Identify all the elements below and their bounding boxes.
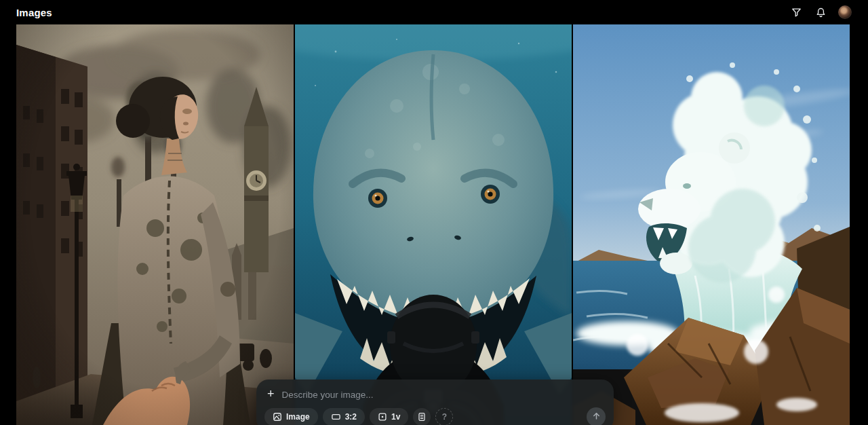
frame-dot-icon	[378, 412, 387, 422]
image-mode-button[interactable]: Image	[264, 408, 318, 425]
add-button[interactable]: +	[267, 388, 275, 401]
bell-icon	[815, 7, 827, 18]
journal-settings-icon	[417, 412, 427, 422]
submit-button[interactable]	[587, 407, 606, 425]
gallery-image-shark-diver[interactable]: Underwater scene: a giant prehistoric sh…	[295, 24, 572, 425]
help-label: ?	[442, 412, 447, 422]
filter-button[interactable]	[789, 5, 803, 19]
page-title: Images	[16, 7, 52, 18]
funnel-filter-icon	[791, 7, 802, 18]
app-root: Images	[0, 0, 868, 425]
image-icon	[273, 412, 282, 422]
prompt-settings-button[interactable]	[413, 408, 431, 425]
help-button[interactable]: ?	[435, 408, 453, 425]
prompt-input-row: +	[264, 386, 606, 401]
prompt-bar: + Image 3:2 1v	[256, 380, 614, 425]
image-mode-label: Image	[286, 412, 310, 422]
aspect-ratio-icon	[331, 412, 341, 422]
header-actions	[789, 5, 852, 19]
prompt-controls-row: Image 3:2 1v ?	[264, 407, 606, 425]
image-gallery: Sepia Victorian London street: a cyborg …	[0, 24, 868, 425]
notifications-button[interactable]	[814, 5, 827, 19]
aspect-ratio-label: 3:2	[345, 412, 357, 422]
arrow-up-icon	[591, 411, 601, 423]
header: Images	[0, 0, 868, 24]
aspect-ratio-button[interactable]: 3:2	[323, 408, 365, 425]
avatar[interactable]	[838, 5, 852, 19]
prompt-input[interactable]	[282, 388, 603, 401]
gallery-image-victorian-cyborg[interactable]: Sepia Victorian London street: a cyborg …	[16, 24, 294, 425]
variation-label: 1v	[391, 412, 400, 422]
gallery-image-wave-lion[interactable]: A roaring white lion sculpted from sea s…	[573, 24, 850, 425]
variation-button[interactable]: 1v	[370, 408, 408, 425]
